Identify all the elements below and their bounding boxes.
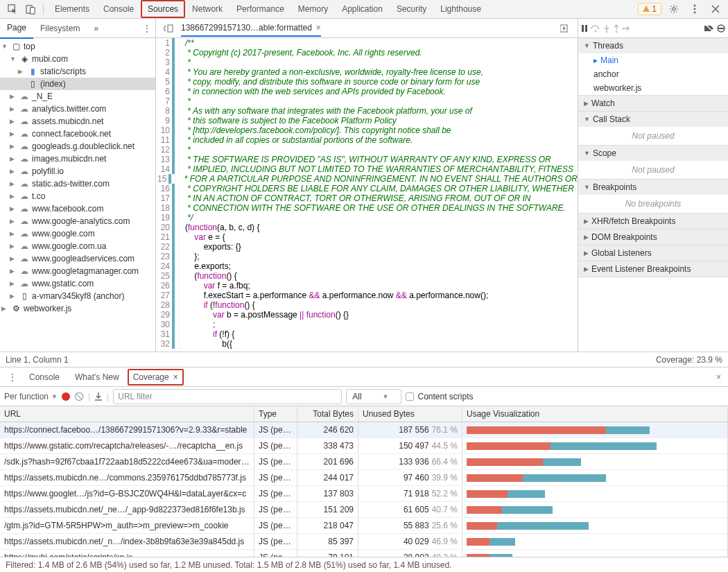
scope-empty: Not paused: [578, 161, 728, 179]
step-over-icon[interactable]: [591, 24, 600, 33]
table-row[interactable]: https://connect.faceboo…/138667299157130…: [0, 422, 728, 438]
export-icon[interactable]: [94, 392, 103, 401]
panel-tab-sources[interactable]: Sources: [141, 0, 185, 18]
tree-origin[interactable]: ▶☁www.googleadservices.com: [0, 252, 155, 265]
tree-webworker[interactable]: ▶⚙webworker.js: [0, 302, 155, 315]
kebab-icon[interactable]: ⋮: [4, 369, 21, 385]
tree-origin[interactable]: ▶☁polyfill.io: [0, 165, 155, 177]
svg-point-12: [606, 31, 608, 32]
tree-origin[interactable]: ▶☁images.mubicdn.net: [0, 153, 155, 165]
thread-webworker[interactable]: webworker.js: [578, 81, 728, 95]
tree-origin[interactable]: ▶☁www.google-analytics.com: [0, 215, 155, 227]
table-row[interactable]: https://www.gstatic.com/recaptcha/releas…: [0, 438, 728, 454]
tree-top[interactable]: ▼▢top: [0, 40, 155, 53]
tree-origin[interactable]: ▶☁assets.mubicdn.net: [0, 115, 155, 128]
panel-tab-network[interactable]: Network: [185, 0, 229, 18]
content-scripts-checkbox[interactable]: Content scripts: [406, 392, 473, 401]
event-bp-header[interactable]: ▶Event Listener Breakpoints: [578, 261, 728, 277]
th-total[interactable]: Total Bytes: [297, 406, 358, 422]
warn-count: 1: [652, 4, 657, 14]
kebab-icon[interactable]: [686, 1, 703, 17]
pause-icon[interactable]: [581, 24, 588, 33]
tree-origin[interactable]: ▶☁www.google.com.ua: [0, 240, 155, 252]
navigator-tab-page[interactable]: Page: [0, 18, 33, 39]
coverage-granularity-select[interactable]: Per function▼: [4, 392, 58, 401]
step-into-icon[interactable]: [603, 24, 610, 33]
inspect-icon[interactable]: [4, 1, 21, 17]
tree-domain[interactable]: ▼◈mubi.com: [0, 53, 155, 65]
warnings-badge[interactable]: 1: [638, 3, 661, 15]
table-row[interactable]: https://www.googlet…/js?id=G-BSJCZ0WQ4H&…: [0, 486, 728, 502]
history-nav-icon[interactable]: [160, 20, 177, 37]
panel-tab-memory[interactable]: Memory: [291, 0, 335, 18]
svg-rect-9: [582, 25, 584, 32]
step-out-icon[interactable]: [613, 24, 620, 33]
clear-icon[interactable]: [74, 392, 84, 401]
kebab-icon[interactable]: ⋮: [139, 24, 155, 33]
url-filter-input[interactable]: URL filter: [113, 389, 342, 404]
tree-origin[interactable]: ▶☁static.ads-twitter.com: [0, 177, 155, 190]
close-tab-icon[interactable]: ×: [173, 372, 178, 382]
step-icon[interactable]: [623, 24, 631, 33]
table-row[interactable]: https://mubi.com/static/scripts/sp.jsJS …: [0, 550, 728, 557]
callstack-header[interactable]: ▼Call Stack: [578, 112, 728, 127]
th-type[interactable]: Type: [254, 406, 297, 422]
global-listeners-header[interactable]: ▶Global Listeners: [578, 245, 728, 261]
tree-anchor[interactable]: ▶▯a-vmarv345kyf8 (anchor): [0, 290, 155, 302]
record-icon[interactable]: [62, 392, 70, 401]
panel-tab-elements[interactable]: Elements: [48, 0, 96, 18]
close-devtools-icon[interactable]: [707, 1, 724, 17]
th-url[interactable]: URL: [0, 406, 254, 422]
thread-main[interactable]: ▸Main: [578, 53, 728, 67]
pause-exceptions-icon[interactable]: [717, 24, 725, 33]
navigator-overflow[interactable]: »: [87, 19, 105, 38]
tree-origin[interactable]: ▶☁www.googletagmanager.com: [0, 265, 155, 277]
breakpoints-header[interactable]: ▼Breakpoints: [578, 180, 728, 195]
tree-origin[interactable]: ▶☁googleads.g.doubleclick.net: [0, 140, 155, 153]
panel-tab-lighthouse[interactable]: Lighthouse: [433, 0, 488, 18]
xhr-bp-header[interactable]: ▶XHR/fetch Breakpoints: [578, 214, 728, 229]
drawer-tab-console[interactable]: Console: [22, 369, 67, 385]
tree-origin[interactable]: ▶☁www.facebook.com: [0, 202, 155, 215]
panel-tab-console[interactable]: Console: [96, 0, 141, 18]
watch-header[interactable]: ▶Watch: [578, 96, 728, 111]
drawer-tab-whatsnew[interactable]: What's New: [68, 369, 126, 385]
code-editor[interactable]: 1/**2 * Copyright (c) 2017-present, Face…: [156, 38, 578, 352]
table-row[interactable]: /sdk.js?hash=92f67cbaa1f722aab18d5222cd4…: [0, 454, 728, 470]
run-snippet-icon[interactable]: [557, 20, 573, 37]
tree-origin[interactable]: ▶☁www.gstatic.com: [0, 277, 155, 290]
threads-header[interactable]: ▼Threads: [578, 38, 728, 53]
tree-file-index[interactable]: ▯(index): [0, 78, 155, 90]
close-drawer-icon[interactable]: ×: [713, 372, 724, 382]
dom-bp-header[interactable]: ▶DOM Breakpoints: [578, 229, 728, 245]
tree-origin[interactable]: ▶☁www.google.com: [0, 227, 155, 240]
table-row[interactable]: https://assets.mubicdn.net/_ne…/_app-9d8…: [0, 502, 728, 518]
thread-anchor[interactable]: anchor: [578, 67, 728, 81]
tree-origin[interactable]: ▶☁analytics.twitter.com: [0, 103, 155, 115]
tree-origin[interactable]: ▶☁connect.facebook.net: [0, 128, 155, 140]
panel-tab-application[interactable]: Application: [335, 0, 390, 18]
close-tab-icon[interactable]: ×: [316, 23, 321, 33]
table-row[interactable]: https://assets.mubicdn.net/_n…/index-3b8…: [0, 534, 728, 550]
panel-tab-security[interactable]: Security: [390, 0, 433, 18]
scope-header[interactable]: ▼Scope: [578, 146, 728, 161]
drawer-tab-coverage[interactable]: Coverage×: [128, 369, 184, 385]
tree-folder-static-scripts[interactable]: ▶▮static/scripts: [0, 65, 155, 78]
editor-tab[interactable]: 138667299157130…able:formatted ×: [181, 20, 321, 37]
tree-origin[interactable]: ▶☁_N_E: [0, 90, 155, 103]
tree-origin[interactable]: ▶☁t.co: [0, 190, 155, 202]
table-row[interactable]: https://assets.mubicdn.ne…/commons.23597…: [0, 470, 728, 486]
navigator-tab-filesystem[interactable]: Filesystem: [33, 19, 87, 38]
type-filter-select[interactable]: All▼: [346, 389, 401, 404]
deactivate-breakpoints-icon[interactable]: [704, 24, 714, 33]
svg-point-13: [616, 31, 618, 32]
th-viz[interactable]: Usage Visualization: [462, 406, 728, 422]
device-icon[interactable]: [22, 1, 39, 17]
svg-point-6: [694, 12, 696, 14]
panel-tab-performance[interactable]: Performance: [229, 0, 291, 18]
svg-point-14: [623, 27, 624, 29]
table-row[interactable]: /gtm.js?id=GTM-5R5HPW>m_auth=>m_preview=…: [0, 518, 728, 534]
gear-icon[interactable]: [666, 1, 682, 17]
th-unused[interactable]: Unused Bytes: [358, 406, 462, 422]
svg-point-5: [694, 8, 696, 10]
